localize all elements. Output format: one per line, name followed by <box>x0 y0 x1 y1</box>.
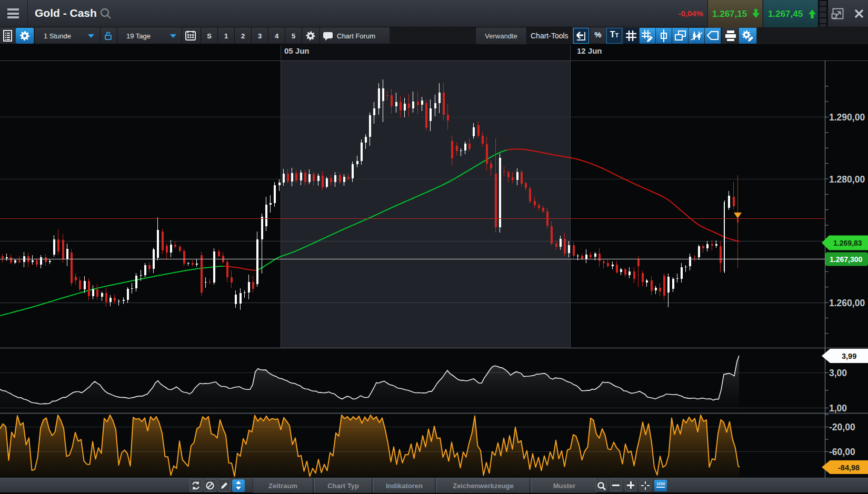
svg-text:3,99: 3,99 <box>842 352 856 360</box>
svg-text:05 Jun: 05 Jun <box>284 46 310 55</box>
svg-text:1.260,00: 1.260,00 <box>829 298 865 308</box>
svg-text:3,00: 3,00 <box>829 368 847 378</box>
svg-text:12 Jun: 12 Jun <box>577 46 602 55</box>
svg-text:1.267,300: 1.267,300 <box>830 255 862 264</box>
svg-text:-60,00: -60,00 <box>829 447 855 457</box>
svg-text:-20,00: -20,00 <box>829 422 855 432</box>
svg-text:1.269,83: 1.269,83 <box>833 239 862 247</box>
svg-text:-84,98: -84,98 <box>838 463 860 472</box>
svg-text:1.280,00: 1.280,00 <box>829 174 865 185</box>
svg-text:1,00: 1,00 <box>829 403 847 414</box>
svg-text:1.290,00: 1.290,00 <box>829 112 865 123</box>
